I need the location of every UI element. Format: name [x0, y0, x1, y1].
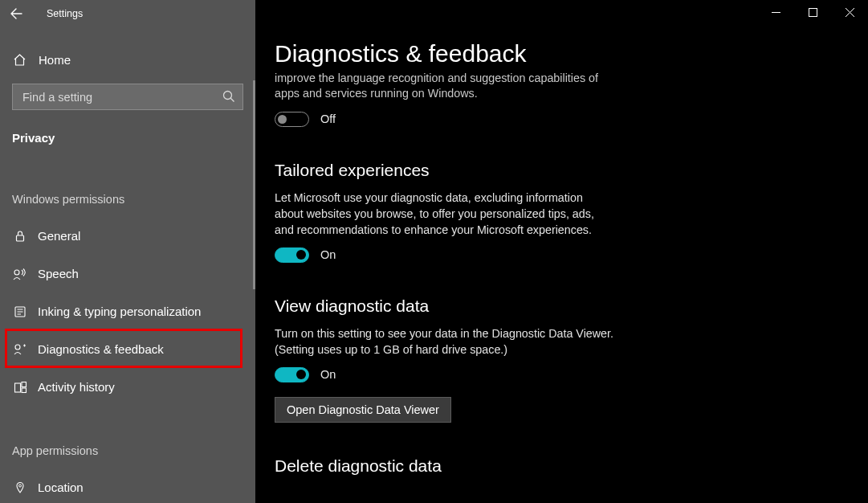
svg-rect-11: [22, 388, 26, 393]
section-app-permissions: App permissions: [0, 406, 255, 457]
sidebar-category-privacy: Privacy: [0, 110, 255, 145]
sidebar-item-inking[interactable]: Inking & typing personalization: [0, 292, 255, 330]
sidebar-item-location[interactable]: Location: [0, 468, 255, 503]
minimize-button[interactable]: [757, 0, 794, 24]
toggle-state-label: On: [320, 368, 336, 381]
maximize-button[interactable]: [794, 0, 831, 24]
sidebar-item-diagnostics[interactable]: Diagnostics & feedback: [0, 330, 255, 368]
toggle-switch-off[interactable]: [275, 112, 309, 127]
sidebar-item-speech[interactable]: Speech: [0, 255, 255, 292]
location-icon: [12, 481, 28, 494]
lock-icon: [12, 230, 28, 243]
close-button[interactable]: [831, 0, 868, 24]
open-diagnostic-viewer-button[interactable]: Open Diagnostic Data Viewer: [275, 397, 451, 423]
svg-point-8: [15, 345, 20, 350]
back-button[interactable]: [0, 0, 32, 27]
sidebar-home[interactable]: Home: [0, 42, 255, 77]
minimize-icon: [772, 8, 780, 17]
section-windows-permissions: Windows permissions: [0, 145, 255, 206]
svg-line-1: [230, 98, 234, 101]
sidebar-item-label: Inking & typing personalization: [38, 305, 201, 318]
search-container: [12, 84, 243, 110]
svg-rect-2: [17, 235, 24, 241]
heading-tailored-experiences: Tailored experiences: [275, 161, 613, 180]
svg-rect-9: [14, 383, 20, 392]
sidebar-item-label: General: [38, 229, 80, 243]
speech-icon: [12, 268, 28, 280]
desc-tailored-experiences: Let Microsoft use your diagnostic data, …: [275, 190, 613, 238]
sidebar-item-activity[interactable]: Activity history: [0, 368, 255, 406]
svg-point-12: [19, 485, 22, 487]
svg-rect-10: [22, 382, 26, 386]
toggle-state-label: Off: [320, 112, 336, 125]
svg-point-0: [224, 92, 232, 100]
maximize-icon: [809, 8, 817, 17]
heading-view-diagnostic-data: View diagnostic data: [275, 296, 613, 316]
main-panel: Diagnostics & feedback improve the langu…: [255, 0, 868, 503]
window-controls: [757, 0, 868, 24]
window-title: Settings: [32, 8, 83, 19]
toggle-switch-on[interactable]: [275, 367, 309, 382]
sidebar-home-label: Home: [39, 53, 71, 67]
desc-view-diagnostic-data: Turn on this setting to see your data in…: [275, 325, 613, 358]
back-arrow-icon: [10, 7, 22, 20]
home-icon: [13, 53, 27, 67]
svg-rect-14: [809, 8, 817, 16]
sidebar-item-label: Diagnostics & feedback: [38, 342, 164, 356]
svg-point-3: [14, 270, 19, 275]
heading-delete-diagnostic-data: Delete diagnostic data: [275, 456, 613, 476]
sidebar-item-general[interactable]: General: [0, 217, 255, 255]
toggle-switch-on[interactable]: [275, 247, 309, 263]
content-area: improve the language recognition and sug…: [255, 71, 633, 476]
sidebar-item-label: Activity history: [38, 380, 115, 394]
toggle-view-diagnostic-data: On: [275, 367, 613, 382]
inking-icon: [12, 305, 28, 318]
titlebar-left: Settings: [0, 0, 255, 27]
toggle-tailored-experiences: On: [275, 247, 613, 263]
feedback-icon: [12, 343, 28, 356]
search-input[interactable]: [12, 84, 243, 110]
truncated-description: improve the language recognition and sug…: [275, 71, 613, 102]
sidebar-item-label: Speech: [38, 267, 79, 280]
toggle-inking-typing: Off: [275, 112, 613, 127]
sidebar-item-label: Location: [38, 481, 84, 494]
activity-icon: [12, 381, 28, 394]
nav-app-permissions: Location: [0, 468, 255, 503]
close-icon: [846, 8, 854, 17]
toggle-state-label: On: [320, 248, 336, 261]
nav-windows-permissions: General Speech Inking & typing personali…: [0, 217, 255, 406]
settings-sidebar: Settings Home Privacy Windows permission…: [0, 0, 255, 503]
search-icon[interactable]: [222, 90, 235, 103]
